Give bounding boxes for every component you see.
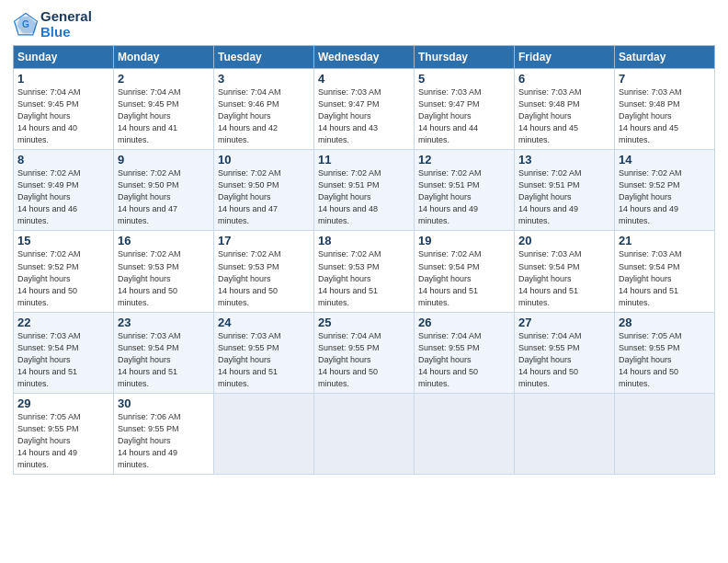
calendar-cell: 28Sunrise: 7:05 AMSunset: 9:55 PMDayligh… (615, 312, 715, 393)
day-info: Sunrise: 7:03 AMSunset: 9:54 PMDaylight … (518, 249, 582, 306)
calendar-cell: 21Sunrise: 7:03 AMSunset: 9:54 PMDayligh… (615, 231, 715, 312)
day-number: 12 (418, 153, 510, 167)
calendar-week-row: 22Sunrise: 7:03 AMSunset: 9:54 PMDayligh… (14, 312, 715, 393)
day-info: Sunrise: 7:02 AMSunset: 9:51 PMDaylight … (518, 168, 582, 225)
day-number: 15 (17, 234, 109, 247)
day-number: 22 (17, 316, 109, 329)
day-number: 7 (619, 72, 711, 86)
header-tuesday: Tuesday (214, 46, 314, 69)
calendar-cell: 2Sunrise: 7:04 AMSunset: 9:45 PMDaylight… (114, 69, 214, 150)
calendar-cell: 20Sunrise: 7:03 AMSunset: 9:54 PMDayligh… (515, 231, 615, 312)
day-number: 9 (118, 153, 210, 167)
day-number: 17 (218, 234, 310, 247)
calendar-cell: 9Sunrise: 7:02 AMSunset: 9:50 PMDaylight… (114, 150, 214, 231)
day-info: Sunrise: 7:03 AMSunset: 9:47 PMDaylight … (318, 87, 381, 144)
day-info: Sunrise: 7:02 AMSunset: 9:53 PMDaylight … (118, 249, 181, 306)
day-number: 26 (418, 316, 510, 329)
day-number: 24 (218, 316, 310, 329)
header: G General Blue (13, 9, 715, 40)
calendar-week-row: 15Sunrise: 7:02 AMSunset: 9:52 PMDayligh… (14, 231, 715, 312)
calendar-cell: 26Sunrise: 7:04 AMSunset: 9:55 PMDayligh… (415, 312, 515, 393)
calendar-cell: 16Sunrise: 7:02 AMSunset: 9:53 PMDayligh… (114, 231, 214, 312)
calendar-cell: 1Sunrise: 7:04 AMSunset: 9:45 PMDaylight… (14, 69, 114, 150)
calendar-cell: 14Sunrise: 7:02 AMSunset: 9:52 PMDayligh… (615, 150, 715, 231)
day-info: Sunrise: 7:02 AMSunset: 9:51 PMDaylight … (318, 168, 381, 225)
day-number: 30 (118, 396, 210, 410)
calendar-week-row: 1Sunrise: 7:04 AMSunset: 9:45 PMDaylight… (14, 69, 715, 150)
day-number: 8 (17, 153, 109, 167)
day-number: 2 (118, 72, 210, 86)
calendar-cell: 30Sunrise: 7:06 AMSunset: 9:55 PMDayligh… (114, 393, 214, 474)
day-number: 29 (17, 396, 109, 410)
day-info: Sunrise: 7:02 AMSunset: 9:52 PMDaylight … (17, 249, 81, 306)
day-info: Sunrise: 7:02 AMSunset: 9:53 PMDaylight … (318, 249, 381, 306)
day-number: 18 (318, 234, 410, 247)
logo-icon: G (13, 12, 39, 38)
day-info: Sunrise: 7:03 AMSunset: 9:48 PMDaylight … (619, 87, 682, 144)
calendar-cell: 3Sunrise: 7:04 AMSunset: 9:46 PMDaylight… (214, 69, 314, 150)
day-number: 19 (418, 234, 510, 247)
day-info: Sunrise: 7:02 AMSunset: 9:49 PMDaylight … (17, 168, 81, 225)
calendar-cell: 29Sunrise: 7:05 AMSunset: 9:55 PMDayligh… (14, 393, 114, 474)
day-number: 23 (118, 316, 210, 329)
calendar-header-row: Sunday Monday Tuesday Wednesday Thursday… (14, 46, 715, 69)
day-info: Sunrise: 7:02 AMSunset: 9:51 PMDaylight … (418, 168, 482, 225)
calendar-cell: 17Sunrise: 7:02 AMSunset: 9:53 PMDayligh… (214, 231, 314, 312)
calendar-cell (415, 393, 515, 474)
calendar-cell: 8Sunrise: 7:02 AMSunset: 9:49 PMDaylight… (14, 150, 114, 231)
header-saturday: Saturday (615, 46, 715, 69)
day-number: 25 (318, 316, 410, 329)
calendar-cell: 15Sunrise: 7:02 AMSunset: 9:52 PMDayligh… (14, 231, 114, 312)
calendar-cell (314, 393, 415, 474)
calendar-table: Sunday Monday Tuesday Wednesday Thursday… (13, 45, 715, 475)
day-number: 11 (318, 153, 410, 167)
day-info: Sunrise: 7:02 AMSunset: 9:50 PMDaylight … (218, 168, 281, 225)
calendar-cell: 10Sunrise: 7:02 AMSunset: 9:50 PMDayligh… (214, 150, 314, 231)
calendar-cell: 4Sunrise: 7:03 AMSunset: 9:47 PMDaylight… (314, 69, 415, 150)
header-sunday: Sunday (14, 46, 114, 69)
day-info: Sunrise: 7:03 AMSunset: 9:48 PMDaylight … (518, 87, 582, 144)
day-info: Sunrise: 7:02 AMSunset: 9:52 PMDaylight … (619, 168, 682, 225)
day-info: Sunrise: 7:03 AMSunset: 9:54 PMDaylight … (17, 331, 81, 388)
calendar-cell: 5Sunrise: 7:03 AMSunset: 9:47 PMDaylight… (415, 69, 515, 150)
day-info: Sunrise: 7:06 AMSunset: 9:55 PMDaylight … (118, 412, 181, 469)
day-number: 20 (518, 234, 610, 247)
day-info: Sunrise: 7:04 AMSunset: 9:45 PMDaylight … (17, 87, 81, 144)
day-info: Sunrise: 7:05 AMSunset: 9:55 PMDaylight … (17, 412, 81, 469)
day-number: 1 (17, 72, 109, 86)
day-info: Sunrise: 7:04 AMSunset: 9:55 PMDaylight … (518, 331, 582, 388)
header-wednesday: Wednesday (314, 46, 415, 69)
calendar-cell: 19Sunrise: 7:02 AMSunset: 9:54 PMDayligh… (415, 231, 515, 312)
day-info: Sunrise: 7:03 AMSunset: 9:54 PMDaylight … (118, 331, 181, 388)
day-info: Sunrise: 7:02 AMSunset: 9:50 PMDaylight … (118, 168, 181, 225)
day-number: 27 (518, 316, 610, 329)
day-info: Sunrise: 7:04 AMSunset: 9:46 PMDaylight … (218, 87, 281, 144)
day-info: Sunrise: 7:05 AMSunset: 9:55 PMDaylight … (619, 331, 682, 388)
day-number: 10 (218, 153, 310, 167)
calendar-cell: 6Sunrise: 7:03 AMSunset: 9:48 PMDaylight… (515, 69, 615, 150)
day-number: 4 (318, 72, 410, 86)
calendar-cell: 12Sunrise: 7:02 AMSunset: 9:51 PMDayligh… (415, 150, 515, 231)
day-number: 16 (118, 234, 210, 247)
calendar-week-row: 8Sunrise: 7:02 AMSunset: 9:49 PMDaylight… (14, 150, 715, 231)
calendar-cell: 18Sunrise: 7:02 AMSunset: 9:53 PMDayligh… (314, 231, 415, 312)
calendar-cell: 13Sunrise: 7:02 AMSunset: 9:51 PMDayligh… (515, 150, 615, 231)
logo: G General Blue (13, 9, 92, 40)
day-info: Sunrise: 7:02 AMSunset: 9:53 PMDaylight … (218, 249, 281, 306)
day-info: Sunrise: 7:02 AMSunset: 9:54 PMDaylight … (418, 249, 482, 306)
calendar-cell: 25Sunrise: 7:04 AMSunset: 9:55 PMDayligh… (314, 312, 415, 393)
day-number: 3 (218, 72, 310, 86)
day-number: 13 (518, 153, 610, 167)
day-info: Sunrise: 7:03 AMSunset: 9:54 PMDaylight … (619, 249, 682, 306)
day-info: Sunrise: 7:04 AMSunset: 9:55 PMDaylight … (318, 331, 381, 388)
calendar-cell: 23Sunrise: 7:03 AMSunset: 9:54 PMDayligh… (114, 312, 214, 393)
calendar-cell: 22Sunrise: 7:03 AMSunset: 9:54 PMDayligh… (14, 312, 114, 393)
calendar-cell (214, 393, 314, 474)
header-monday: Monday (114, 46, 214, 69)
day-number: 5 (418, 72, 510, 86)
calendar-week-row: 29Sunrise: 7:05 AMSunset: 9:55 PMDayligh… (14, 393, 715, 474)
day-number: 28 (619, 316, 711, 329)
svg-text:G: G (22, 19, 29, 29)
calendar-cell (615, 393, 715, 474)
logo-text-block: General Blue (40, 9, 92, 40)
